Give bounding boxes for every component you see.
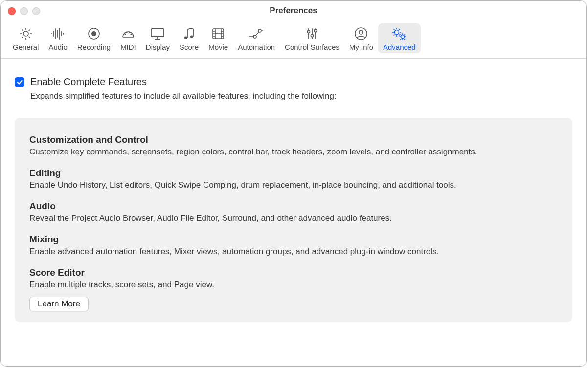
automation-curve-icon	[248, 26, 265, 41]
feature-title: Score Editor	[29, 267, 558, 278]
sliders-icon	[305, 26, 319, 41]
tab-midi[interactable]: MIDI	[115, 23, 141, 53]
svg-point-0	[23, 31, 28, 36]
display-icon	[150, 26, 165, 41]
feature-title: Editing	[29, 168, 558, 178]
svg-point-14	[130, 33, 132, 35]
learn-more-button[interactable]: Learn More	[29, 297, 89, 311]
window-controls	[8, 7, 40, 15]
svg-point-41	[359, 30, 363, 34]
svg-point-39	[314, 29, 317, 32]
feature-title: Mixing	[29, 234, 558, 245]
tab-score[interactable]: Score	[175, 23, 204, 53]
advanced-gears-icon	[391, 26, 407, 41]
svg-point-42	[395, 30, 399, 35]
svg-point-38	[311, 34, 313, 37]
tab-label: My Info	[349, 43, 373, 51]
enable-complete-features-checkbox[interactable]	[15, 77, 24, 87]
feature-desc: Reveal the Project Audio Browser, Audio …	[29, 214, 558, 223]
music-notes-icon	[182, 26, 197, 41]
svg-point-33	[258, 29, 261, 32]
tab-label: General	[13, 43, 39, 51]
feature-desc: Enable Undo History, List editors, Quick…	[29, 180, 558, 190]
svg-point-12	[126, 31, 127, 33]
feature-editing: Editing Enable Undo History, List editor…	[29, 168, 558, 190]
svg-point-13	[129, 31, 130, 33]
tab-label: Score	[180, 43, 199, 51]
minimize-window-button[interactable]	[20, 7, 28, 15]
tab-label: Control Surfaces	[285, 43, 339, 51]
svg-point-37	[307, 30, 310, 33]
feature-customization: Customization and Control Customize key …	[29, 134, 558, 157]
feature-title: Audio	[29, 201, 558, 212]
tab-my-info[interactable]: My Info	[344, 23, 378, 53]
feature-score-editor: Score Editor Enable multiple tracks, sco…	[29, 267, 558, 290]
window-title: Preferences	[270, 6, 317, 16]
feature-desc: Enable multiple tracks, score sets, and …	[29, 280, 558, 290]
feature-audio: Audio Reveal the Project Audio Browser, …	[29, 201, 558, 223]
svg-point-32	[253, 35, 256, 38]
record-icon	[88, 26, 100, 41]
tab-label: MIDI	[120, 43, 136, 51]
titlebar: Preferences	[1, 1, 586, 21]
feature-desc: Enable advanced automation features, Mix…	[29, 247, 558, 257]
enable-complete-features-description: Expands simplified features to include a…	[30, 91, 572, 101]
tab-automation[interactable]: Automation	[233, 23, 280, 53]
tab-label: Automation	[238, 43, 275, 51]
close-window-button[interactable]	[8, 7, 16, 15]
tab-movie[interactable]: Movie	[204, 23, 233, 53]
zoom-window-button[interactable]	[32, 7, 40, 15]
features-panel: Customization and Control Customize key …	[15, 118, 572, 322]
advanced-pane: Enable Complete Features Expands simplif…	[1, 59, 586, 366]
svg-point-9	[91, 31, 96, 36]
svg-point-43	[401, 35, 405, 39]
midi-port-icon	[121, 26, 136, 41]
tab-control-surfaces[interactable]: Control Surfaces	[280, 23, 344, 53]
feature-mixing: Mixing Enable advanced automation featur…	[29, 234, 558, 257]
svg-point-11	[124, 33, 126, 35]
svg-rect-15	[151, 29, 164, 37]
tab-advanced[interactable]: Advanced	[378, 23, 421, 53]
gear-icon	[19, 26, 33, 41]
tab-label: Display	[146, 43, 170, 51]
tab-audio[interactable]: Audio	[44, 23, 72, 53]
tab-label: Advanced	[383, 43, 416, 51]
tab-general[interactable]: General	[8, 23, 44, 53]
preferences-toolbar: General Audio	[1, 21, 586, 59]
preferences-window: Preferences General	[0, 0, 587, 367]
enable-complete-features-label: Enable Complete Features	[30, 76, 147, 87]
feature-title: Customization and Control	[29, 134, 558, 145]
person-circle-icon	[354, 26, 368, 41]
feature-desc: Customize key commands, screensets, regi…	[29, 147, 558, 157]
tab-label: Recording	[77, 43, 111, 51]
enable-complete-features-row: Enable Complete Features	[15, 76, 572, 87]
film-icon	[211, 26, 225, 41]
tab-label: Movie	[208, 43, 228, 51]
waveform-icon	[50, 26, 67, 41]
tab-recording[interactable]: Recording	[72, 23, 115, 53]
tab-display[interactable]: Display	[141, 23, 175, 53]
tab-label: Audio	[48, 43, 67, 51]
